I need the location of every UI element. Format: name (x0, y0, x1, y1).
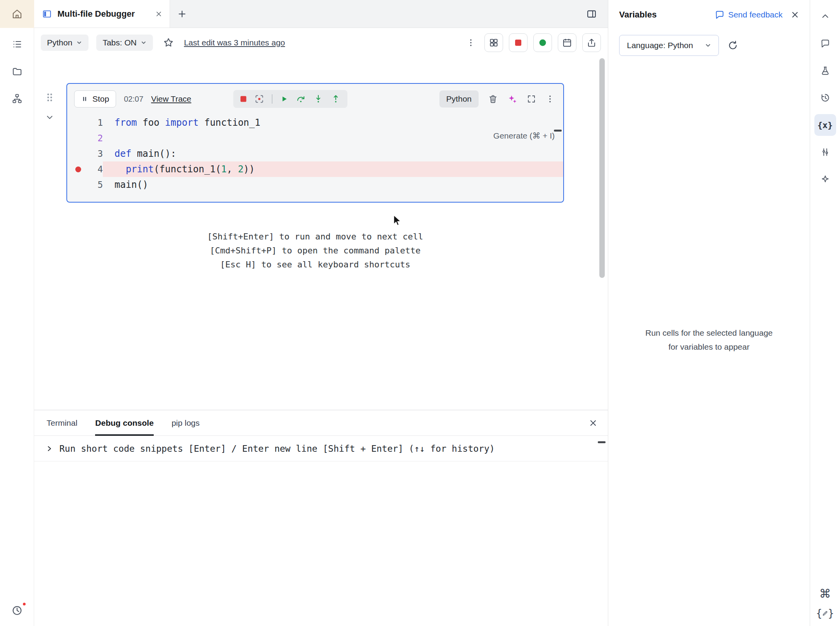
variables-empty-message: Run cells for the selected language for … (608, 326, 810, 354)
generate-shortcut-hint: Generate (⌘ + I) (493, 131, 555, 140)
split-view-button[interactable] (584, 6, 599, 22)
breakpoint-dot[interactable] (75, 166, 81, 172)
machine-status-button[interactable] (533, 33, 552, 52)
close-panel-icon[interactable] (588, 418, 598, 428)
continue-play-icon[interactable] (280, 95, 288, 103)
command-palette-icon[interactable]: ⌘ (819, 587, 831, 600)
code-cell[interactable]: Stop 02:07 View Trace (66, 83, 564, 203)
history-button[interactable] (814, 87, 836, 109)
pause-icon (81, 95, 88, 102)
stop-execution-icon[interactable] (240, 95, 247, 102)
code-editor[interactable]: 1from foo import function_123def main():… (67, 114, 563, 202)
variables-icon: {x} (817, 120, 833, 130)
favorite-star-button[interactable] (161, 35, 176, 50)
new-tab-button[interactable] (170, 0, 194, 28)
tab-pip-logs[interactable]: pip logs (172, 410, 200, 435)
stop-machine-button[interactable] (509, 33, 528, 52)
breakpoint-gutter[interactable] (67, 177, 89, 192)
comments-button[interactable] (814, 33, 836, 54)
line-number: 3 (89, 146, 103, 161)
settings-sliders-button[interactable] (814, 141, 836, 163)
layout-grid-button[interactable] (484, 33, 503, 52)
clock-icon (11, 605, 23, 616)
tab-debug-console[interactable]: Debug console (95, 410, 154, 435)
breakpoint-gutter[interactable] (67, 146, 89, 161)
sidebar-item-files[interactable] (6, 61, 28, 82)
stop-debug-button[interactable]: Stop (74, 90, 116, 108)
view-trace-link[interactable]: View Trace (151, 94, 191, 104)
empty-message-line: Run cells for the selected language (608, 326, 810, 340)
send-feedback-link[interactable]: Send feedback (715, 10, 783, 20)
schedule-button[interactable] (558, 33, 576, 52)
chevron-up-icon (820, 11, 830, 21)
drag-handle-icon[interactable] (45, 92, 54, 102)
tab-bar: Multi-file Debugger (34, 0, 608, 28)
divider (272, 94, 272, 104)
cell-scroll-indicator[interactable] (554, 130, 562, 132)
step-out-icon[interactable] (331, 94, 341, 104)
app-root: Multi-file Debugger Pyt (0, 0, 840, 626)
tab-terminal[interactable]: Terminal (47, 410, 77, 435)
notification-badge (22, 602, 26, 606)
code-line[interactable]: 1from foo import function_1 (67, 115, 563, 130)
last-edit-link[interactable]: Last edit was 3 minutes ago (184, 38, 285, 47)
variables-rail-button[interactable]: {x} (814, 114, 836, 136)
debug-controls-group (233, 90, 347, 108)
console-scroll-indicator[interactable] (598, 441, 606, 443)
close-variables-icon[interactable] (790, 10, 800, 19)
sitemap-icon (12, 93, 23, 104)
debug-timer: 02:07 (124, 95, 143, 104)
console-placeholder: Run short code snippets [Enter] / Enter … (59, 444, 495, 454)
cell-kebab-icon[interactable] (545, 94, 555, 104)
code-text[interactable]: print(function_1(1, 2)) (103, 161, 563, 177)
split-view-icon (586, 9, 597, 19)
toolbar-kebab-menu[interactable] (463, 35, 479, 50)
kebab-icon (466, 38, 476, 47)
cell-debug-toolbar: Stop 02:07 View Trace (67, 84, 563, 114)
debug-console-input[interactable]: Run short code snippets [Enter] / Enter … (34, 436, 608, 461)
hint-line: [Esc H] to see all keyboard shortcuts (66, 258, 564, 272)
breakpoint-gutter[interactable] (67, 115, 89, 130)
environment-button[interactable] (814, 60, 836, 82)
fullscreen-icon[interactable] (527, 94, 536, 104)
step-into-icon[interactable] (313, 94, 323, 104)
share-button[interactable] (582, 33, 601, 52)
code-line[interactable]: 2 (67, 130, 563, 146)
vertical-scrollbar[interactable] (599, 58, 605, 278)
variables-language-label: Language: Python (627, 41, 693, 50)
cell-language-chip[interactable]: Python (439, 90, 479, 108)
focus-frame-icon[interactable] (254, 94, 264, 104)
stop-debug-label: Stop (92, 94, 109, 104)
code-text[interactable]: main() (103, 177, 563, 192)
refresh-icon[interactable] (727, 40, 738, 51)
code-text[interactable]: def main(): (103, 146, 563, 161)
calendar-icon (562, 38, 572, 48)
ai-sparkle-icon[interactable] (507, 94, 517, 104)
trash-icon[interactable] (488, 94, 498, 104)
code-line[interactable]: 5main() (67, 177, 563, 192)
sparkle-icon (820, 174, 830, 184)
ai-assistant-button[interactable] (814, 168, 836, 190)
step-over-icon[interactable] (296, 94, 306, 104)
edit-snippets-icon[interactable]: { } (816, 607, 834, 619)
home-button[interactable] (0, 0, 34, 28)
code-lines: 1from foo import function_123def main():… (67, 115, 563, 192)
language-selector-label: Python (47, 38, 72, 47)
breakpoint-gutter[interactable] (67, 130, 89, 146)
feedback-bubble-icon (715, 10, 725, 20)
collapse-cell-chevron-icon[interactable] (45, 113, 54, 122)
history-clock-button[interactable] (6, 600, 28, 621)
tabs-toggle[interactable]: Tabs: ON (96, 35, 153, 51)
collapse-panel-button[interactable] (814, 5, 836, 27)
language-selector[interactable]: Python (41, 35, 89, 51)
sidebar-item-list[interactable] (6, 33, 28, 55)
code-line[interactable]: 4 print(function_1(1, 2)) (67, 161, 563, 177)
code-line[interactable]: 3def main(): (67, 146, 563, 161)
tab-close-icon[interactable] (155, 10, 163, 18)
breakpoint-gutter[interactable] (67, 161, 89, 177)
code-text[interactable]: from foo import function_1 (103, 115, 563, 130)
variables-language-dropdown[interactable]: Language: Python (619, 35, 719, 56)
notebook-tab[interactable]: Multi-file Debugger (34, 0, 170, 28)
sidebar-item-integrations[interactable] (6, 88, 28, 109)
star-icon (163, 37, 174, 49)
